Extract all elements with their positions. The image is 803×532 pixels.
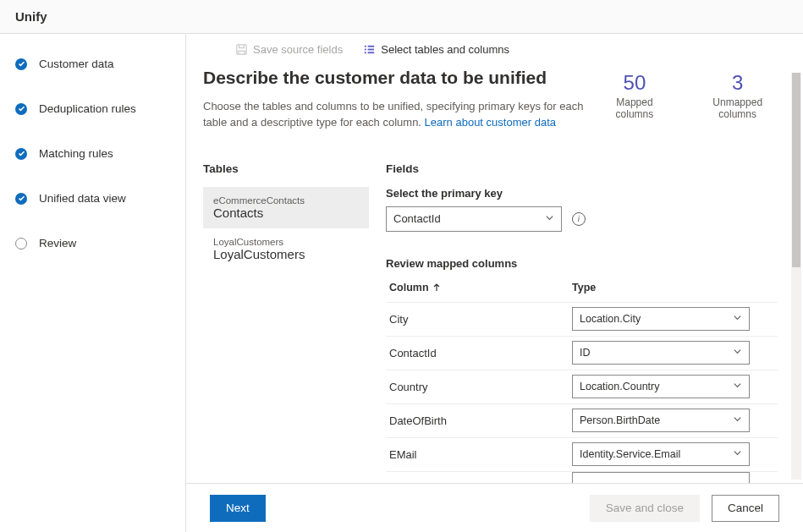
chevron-down-icon	[733, 381, 742, 392]
table-row: CountryLocation.Country	[386, 370, 778, 403]
top-tabs: Save source fields Select tables and col…	[186, 34, 803, 64]
type-select[interactable]: Person.BirthDate	[572, 409, 750, 432]
check-circle-icon	[15, 58, 27, 70]
table-name: Contacts	[213, 206, 359, 220]
circle-icon	[15, 238, 27, 250]
check-circle-icon	[15, 193, 27, 205]
type-select-partial[interactable]	[572, 472, 750, 483]
primary-key-select[interactable]: ContactId	[386, 206, 562, 232]
table-source: LoyalCustomers	[213, 237, 359, 247]
type-select[interactable]: Identity.Service.Email	[572, 442, 750, 466]
next-button[interactable]: Next	[210, 495, 266, 522]
grid-header: Column Type	[386, 278, 778, 302]
sort-asc-icon	[432, 283, 441, 292]
svg-rect-3	[365, 52, 366, 53]
check-circle-icon	[15, 148, 27, 160]
grid-header-column[interactable]: Column	[386, 282, 572, 293]
table-name: LoyalCustomers	[213, 247, 359, 261]
column-name: City	[386, 313, 572, 326]
wizard-step[interactable]: Deduplication rules	[15, 102, 185, 115]
tables-header: Tables	[203, 162, 369, 175]
chevron-down-icon	[545, 212, 554, 225]
type-select[interactable]: Location.City	[572, 307, 750, 331]
primary-key-label: Select the primary key	[386, 187, 778, 200]
wizard-step[interactable]: Matching rules	[15, 147, 185, 160]
wizard-steps: Customer dataDeduplication rulesMatching…	[0, 34, 186, 532]
column-name: EMail	[386, 448, 572, 461]
stat-label: Mapped columns	[600, 96, 668, 120]
wizard-step-label: Matching rules	[39, 147, 113, 160]
wizard-step-label: Deduplication rules	[39, 102, 136, 115]
wizard-step-label: Unified data view	[39, 192, 126, 205]
save-icon	[235, 43, 248, 56]
vertical-scrollbar[interactable]	[791, 73, 801, 480]
svg-rect-1	[365, 45, 366, 47]
svg-rect-4	[368, 45, 375, 47]
tab-label: Save source fields	[253, 43, 343, 56]
check-circle-icon	[15, 103, 27, 115]
wizard-step[interactable]: Review	[15, 237, 185, 250]
table-row-partial	[386, 471, 778, 483]
review-mapped-columns-title: Review mapped columns	[386, 257, 778, 270]
title-bar: Unify	[0, 0, 803, 34]
table-row: DateOfBirthPerson.BirthDate	[386, 403, 778, 437]
info-icon[interactable]: i	[572, 212, 586, 226]
select-value: ContactId	[393, 212, 441, 225]
section-heading: Describe the customer data to be unified	[203, 68, 600, 88]
svg-rect-5	[368, 48, 375, 50]
tab-label: Select tables and columns	[381, 43, 509, 56]
table-row: CityLocation.City	[386, 302, 778, 336]
table-item[interactable]: LoyalCustomersLoyalCustomers	[203, 228, 369, 270]
stat-value: 50	[600, 71, 668, 95]
wizard-step-label: Review	[39, 237, 76, 250]
chevron-down-icon	[733, 313, 742, 325]
wizard-step-label: Customer data	[39, 58, 114, 70]
type-select[interactable]: Location.Country	[572, 375, 750, 398]
column-name: Country	[386, 381, 572, 393]
page-title: Unify	[15, 9, 47, 24]
tab-select-tables[interactable]: Select tables and columns	[363, 43, 509, 56]
tab-save-source-fields[interactable]: Save source fields	[235, 43, 343, 56]
chevron-down-icon	[733, 414, 742, 426]
fields-header: Fields	[386, 162, 778, 175]
svg-rect-2	[365, 48, 366, 50]
chevron-down-icon	[733, 347, 742, 359]
wizard-step[interactable]: Unified data view	[15, 192, 185, 205]
svg-rect-6	[368, 52, 375, 53]
select-value: Person.BirthDate	[580, 414, 660, 426]
section-description: Choose the tables and columns to be unif…	[203, 99, 600, 131]
column-name: ContactId	[386, 347, 572, 359]
save-and-close-button: Save and close	[590, 495, 700, 522]
learn-link[interactable]: Learn about customer data	[425, 116, 556, 129]
stat-mapped-columns: 50 Mapped columns	[600, 71, 668, 120]
column-name: DateOfBirth	[386, 414, 572, 427]
select-value: Location.Country	[580, 381, 660, 392]
stat-value: 3	[697, 71, 778, 95]
chevron-down-icon	[733, 448, 742, 460]
wizard-step[interactable]: Customer data	[15, 58, 185, 70]
scrollbar-thumb[interactable]	[792, 73, 800, 267]
table-row: ContactIdID	[386, 336, 778, 370]
list-icon	[363, 43, 376, 56]
table-source: eCommerceContacts	[213, 195, 359, 206]
table-row: EMailIdentity.Service.Email	[386, 437, 778, 471]
stat-unmapped-columns: 3 Unmapped columns	[697, 71, 778, 120]
wizard-footer: Next Save and close Cancel	[186, 483, 803, 532]
select-value: ID	[580, 347, 591, 359]
grid-header-column-label: Column	[389, 282, 429, 293]
grid-header-type[interactable]: Type	[572, 282, 778, 293]
select-value: Identity.Service.Email	[580, 448, 680, 460]
stat-label: Unmapped columns	[697, 96, 778, 120]
cancel-button[interactable]: Cancel	[712, 495, 779, 522]
select-value: Location.City	[580, 313, 641, 325]
type-select[interactable]: ID	[572, 341, 750, 365]
table-item[interactable]: eCommerceContactsContacts	[203, 187, 369, 228]
